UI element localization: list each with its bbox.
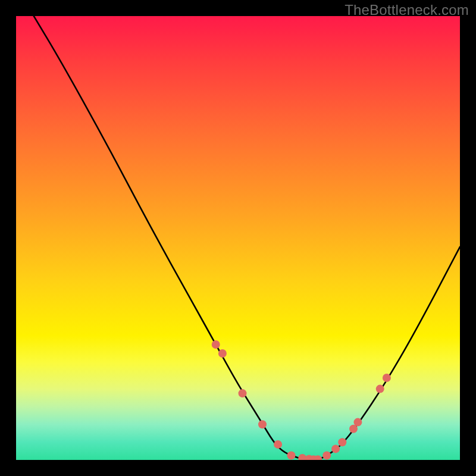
marker-point: [338, 438, 346, 446]
marker-point: [212, 340, 220, 349]
marker-point: [322, 452, 331, 460]
chart-svg: [16, 16, 460, 460]
highlight-markers: [212, 340, 391, 460]
marker-point: [331, 444, 340, 453]
marker-point: [383, 374, 391, 382]
plot-area: [16, 16, 460, 460]
marker-point: [258, 420, 267, 428]
marker-point: [239, 389, 247, 397]
marker-point: [274, 440, 282, 449]
marker-point: [376, 385, 384, 393]
bottleneck-curve: [34, 16, 460, 460]
marker-point: [287, 452, 296, 460]
marker-point: [218, 349, 227, 358]
marker-point: [353, 418, 362, 427]
chart-frame: TheBottleneck.com: [0, 0, 476, 476]
watermark-text: TheBottleneck.com: [345, 2, 469, 18]
